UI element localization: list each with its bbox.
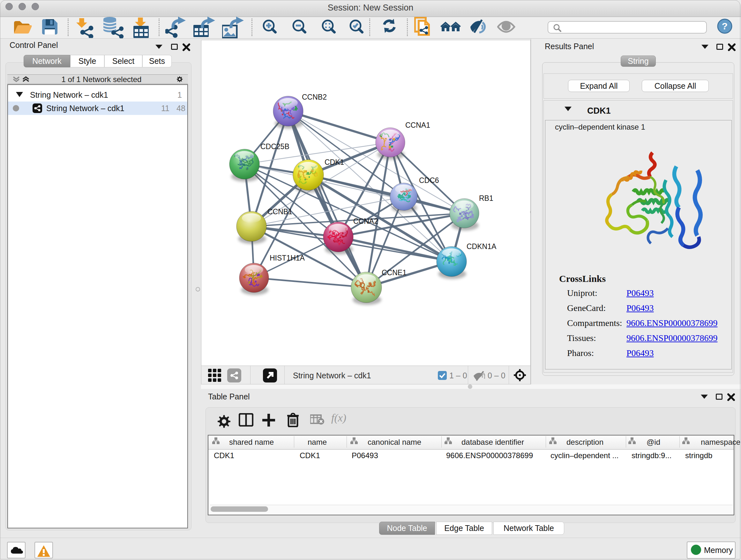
- svg-text:RB1: RB1: [479, 194, 493, 202]
- svg-text:CDKN1A: CDKN1A: [467, 242, 496, 251]
- svg-text:?: ?: [722, 21, 728, 31]
- svg-text:CCNB2: CCNB2: [302, 93, 327, 101]
- svg-text:CCNA1: CCNA1: [405, 121, 430, 129]
- svg-text:CCNA2: CCNA2: [353, 217, 378, 226]
- svg-text:CDC6: CDC6: [419, 176, 439, 185]
- svg-text:CDK1: CDK1: [325, 158, 344, 166]
- svg-text:CCNB1: CCNB1: [267, 207, 292, 216]
- svg-text:CCNE1: CCNE1: [382, 268, 407, 277]
- svg-text:CDC25B: CDC25B: [260, 142, 289, 151]
- svg-text:HIST1H1A: HIST1H1A: [270, 254, 305, 262]
